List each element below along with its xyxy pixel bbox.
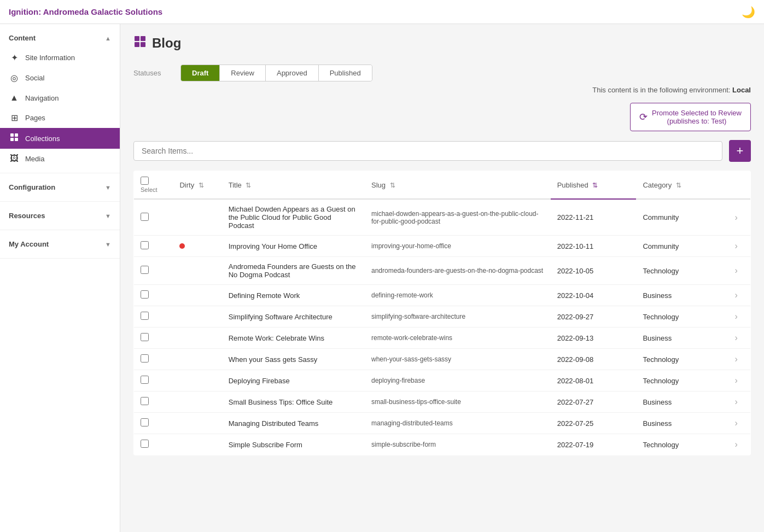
row-checkbox[interactable] <box>141 376 149 384</box>
row-chevron-icon[interactable]: › <box>734 440 737 449</box>
content-section-header[interactable]: Content ▲ <box>0 28 120 48</box>
row-published-cell: 2022-08-01 <box>551 370 637 391</box>
row-dirty-cell <box>173 285 221 306</box>
row-checkbox[interactable] <box>141 266 149 274</box>
row-dirty-cell <box>173 306 221 328</box>
col-header-slug: Slug ⇅ <box>365 171 551 200</box>
row-dirty-cell <box>173 199 221 236</box>
svg-rect-0 <box>10 133 14 137</box>
sidebar-item-navigation[interactable]: ▲ Navigation <box>0 88 120 108</box>
title-sort-icon[interactable]: ⇅ <box>246 182 251 189</box>
promote-button[interactable]: ⟳ Promote Selected to Review (publishes … <box>630 103 751 131</box>
col-header-dirty: Dirty ⇅ <box>173 171 221 200</box>
row-category-cell: Community <box>636 199 722 236</box>
row-slug-cell: managing-distributed-teams <box>365 413 551 434</box>
row-checkbox[interactable] <box>141 312 149 320</box>
row-action-cell: › <box>722 306 750 328</box>
row-checkbox[interactable] <box>141 440 149 448</box>
row-chevron-icon[interactable]: › <box>734 312 737 321</box>
row-chevron-icon[interactable]: › <box>734 290 737 300</box>
row-chevron-icon[interactable]: › <box>734 354 737 364</box>
row-select-cell <box>134 285 173 306</box>
row-action-cell: › <box>722 236 750 257</box>
published-sort-icon[interactable]: ⇅ <box>592 182 598 189</box>
sidebar-item-site-information[interactable]: ✦ Site Information <box>0 48 120 68</box>
row-action-cell: › <box>722 370 750 391</box>
row-checkbox[interactable] <box>141 213 149 221</box>
row-chevron-icon[interactable]: › <box>734 333 737 342</box>
table-body: Michael Dowden Appears as a Guest on the… <box>134 199 751 455</box>
sidebar-item-pages[interactable]: ⊞ Pages <box>0 108 120 128</box>
row-published-cell: 2022-10-11 <box>551 236 637 257</box>
slug-sort-icon[interactable]: ⇅ <box>390 182 395 189</box>
select-all-checkbox[interactable] <box>141 177 149 185</box>
row-dirty-cell <box>173 413 221 434</box>
published-label: Published <box>557 181 588 189</box>
topbar: Ignition: Andromeda Galactic Solutions 🌙 <box>0 0 764 24</box>
tab-draft[interactable]: Draft <box>181 65 220 81</box>
environment-row: This content is in the following environ… <box>133 86 751 94</box>
row-title-cell: When your Sass gets Sassy <box>222 349 365 370</box>
promote-section: ⟳ Promote Selected to Review (publishes … <box>133 103 751 140</box>
configuration-chevron-icon: ▼ <box>105 184 111 191</box>
sidebar-item-label: Social <box>25 74 44 82</box>
row-published-cell: 2022-09-13 <box>551 328 637 349</box>
content-section-label: Content <box>9 34 36 42</box>
app-title: Ignition: Andromeda Galactic Solutions <box>9 7 162 16</box>
row-title-cell: Simple Subscribe Form <box>222 434 365 455</box>
resources-section-header[interactable]: Resources ▼ <box>0 206 120 225</box>
my-account-section-header[interactable]: My Account ▼ <box>0 235 120 254</box>
row-title-cell: Small Business Tips: Office Suite <box>222 391 365 413</box>
row-checkbox[interactable] <box>141 290 149 299</box>
promote-label-line2: (publishes to: Test) <box>652 117 742 125</box>
my-account-chevron-icon: ▼ <box>105 241 111 248</box>
add-button[interactable]: + <box>729 140 751 162</box>
row-chevron-icon[interactable]: › <box>734 397 737 406</box>
plus-icon: + <box>737 144 744 158</box>
resources-chevron-icon: ▼ <box>105 213 111 219</box>
search-input[interactable] <box>133 141 722 161</box>
category-label: Category <box>643 181 672 189</box>
category-sort-icon[interactable]: ⇅ <box>676 182 681 189</box>
table-row: Defining Remote Work defining-remote-wor… <box>134 285 751 306</box>
row-select-cell <box>134 391 173 413</box>
svg-rect-6 <box>135 42 139 47</box>
row-chevron-icon[interactable]: › <box>734 213 737 222</box>
tab-published[interactable]: Published <box>319 65 372 81</box>
sidebar-item-social[interactable]: ◎ Social <box>0 68 120 88</box>
configuration-section-header[interactable]: Configuration ▼ <box>0 178 120 197</box>
environment-text: This content is in the following environ… <box>592 86 732 94</box>
content-chevron-icon: ▲ <box>105 35 111 42</box>
status-tabs: Draft Review Approved Published <box>180 65 372 81</box>
row-select-cell <box>134 370 173 391</box>
row-dirty-cell <box>173 434 221 455</box>
row-checkbox[interactable] <box>141 418 149 426</box>
media-icon: 🖼 <box>9 154 20 163</box>
sidebar: Content ▲ ✦ Site Information ◎ Social ▲ … <box>0 24 120 532</box>
row-category-cell: Technology <box>636 370 722 391</box>
row-checkbox[interactable] <box>141 333 149 341</box>
sidebar-item-collections[interactable]: Collections <box>0 128 120 149</box>
statuses-label: Statuses <box>133 69 172 77</box>
table-row: Simple Subscribe Form simple-subscribe-f… <box>134 434 751 455</box>
table-row: Managing Distributed Teams managing-dist… <box>134 413 751 434</box>
row-chevron-icon[interactable]: › <box>734 241 737 250</box>
tab-review[interactable]: Review <box>220 65 266 81</box>
page-title: Blog <box>152 36 181 51</box>
sidebar-item-media[interactable]: 🖼 Media <box>0 149 120 168</box>
row-checkbox[interactable] <box>141 354 149 363</box>
row-checkbox[interactable] <box>141 397 149 405</box>
row-chevron-icon[interactable]: › <box>734 266 737 275</box>
row-slug-cell: when-your-sass-gets-sassy <box>365 349 551 370</box>
col-header-published: Published ⇅ <box>551 171 637 200</box>
row-chevron-icon[interactable]: › <box>734 418 737 428</box>
dirty-sort-icon[interactable]: ⇅ <box>199 182 204 189</box>
table-row: Andromeda Founders are Guests on the No … <box>134 257 751 285</box>
row-chevron-icon[interactable]: › <box>734 376 737 385</box>
configuration-label: Configuration <box>9 183 55 191</box>
table-row: Small Business Tips: Office Suite small-… <box>134 391 751 413</box>
row-dirty-cell <box>173 328 221 349</box>
tab-approved[interactable]: Approved <box>266 65 319 81</box>
row-checkbox[interactable] <box>141 241 149 249</box>
svg-rect-7 <box>141 42 145 47</box>
